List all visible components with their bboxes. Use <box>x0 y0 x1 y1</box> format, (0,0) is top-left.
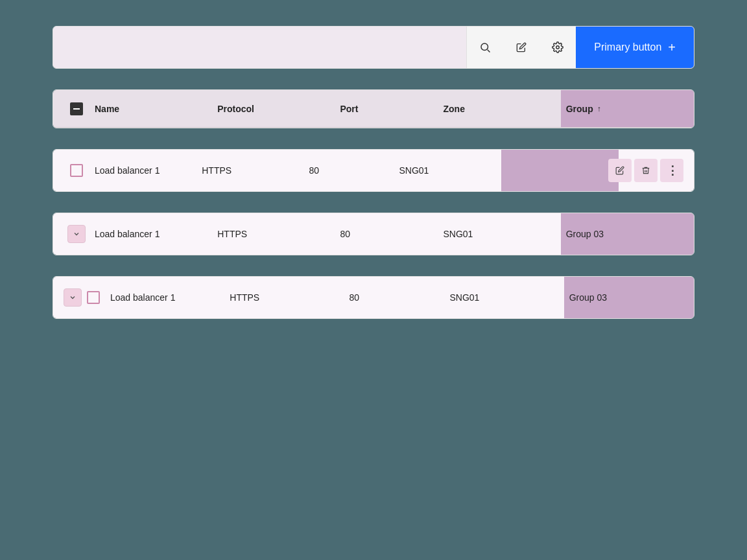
svg-line-1 <box>488 50 490 52</box>
svg-point-2 <box>556 46 560 49</box>
col-header-zone[interactable]: Zone <box>438 104 561 114</box>
settings-button[interactable] <box>540 27 576 68</box>
row1-port: 80 <box>303 165 394 176</box>
row2-port: 80 <box>335 229 438 239</box>
row3-expand-button[interactable] <box>64 288 82 307</box>
table-header: Name Protocol Port Zone Group ↑ <box>53 90 694 128</box>
primary-button-icon: + <box>668 40 676 55</box>
row2-zone: SNG01 <box>438 229 561 239</box>
row3-protocol: HTTPS <box>224 292 344 303</box>
search-area <box>53 27 467 68</box>
col-header-group[interactable]: Group ↑ <box>561 90 694 127</box>
col-header-port[interactable]: Port <box>335 104 438 114</box>
row1-delete-button[interactable] <box>634 159 658 182</box>
data-row-3: Load balancer 1 HTTPS 80 SNG01 Group 03 <box>53 277 694 318</box>
row1-name: Load balancer 1 <box>89 165 196 176</box>
search-button[interactable] <box>467 27 503 68</box>
row3-group: Group 03 <box>564 277 694 318</box>
row1-checkbox-cell[interactable] <box>64 164 89 177</box>
table-row-2: Load balancer 1 HTTPS 80 SNG01 Group 03 <box>53 213 694 255</box>
row2-group: Group 03 <box>561 213 694 255</box>
row3-checkbox-icon[interactable] <box>87 291 100 304</box>
row1-protocol: HTTPS <box>196 165 303 176</box>
row2-protocol: HTTPS <box>212 229 335 239</box>
edit-button[interactable] <box>503 27 540 68</box>
col-header-name[interactable]: Name <box>89 104 212 114</box>
row2-expand-cell[interactable] <box>64 225 89 243</box>
row3-controls <box>64 288 105 307</box>
toolbar: Primary button + <box>53 27 694 68</box>
empty-checkbox-icon <box>70 164 83 177</box>
row1-zone: SNG01 <box>394 165 501 176</box>
row1-group <box>501 150 619 191</box>
row3-port: 80 <box>344 292 445 303</box>
row3-zone: SNG01 <box>444 292 563 303</box>
toolbar-section: Primary button + <box>53 26 694 69</box>
row1-edit-button[interactable] <box>608 159 632 182</box>
row2-expand-button[interactable] <box>67 225 86 243</box>
row1-more-button[interactable]: ⋮ <box>660 159 683 182</box>
primary-button-label: Primary button <box>594 41 661 53</box>
col-header-protocol[interactable]: Protocol <box>212 104 335 114</box>
sort-asc-icon: ↑ <box>597 104 601 113</box>
svg-point-0 <box>481 43 488 51</box>
indeterminate-checkbox-icon <box>70 102 83 115</box>
row1-actions: ⋮ <box>608 159 683 182</box>
more-icon: ⋮ <box>667 163 678 178</box>
data-row-1: Load balancer 1 HTTPS 80 SNG01 <box>53 150 694 191</box>
table-row-1: Load balancer 1 HTTPS 80 SNG01 <box>53 149 694 192</box>
primary-button[interactable]: Primary button + <box>576 27 694 68</box>
row3-name: Load balancer 1 <box>105 292 224 303</box>
row2-name: Load balancer 1 <box>89 229 212 239</box>
data-row-2: Load balancer 1 HTTPS 80 SNG01 Group 03 <box>53 213 694 255</box>
toolbar-icons: Primary button + <box>467 27 694 68</box>
table-row-3: Load balancer 1 HTTPS 80 SNG01 Group 03 <box>53 276 694 319</box>
header-checkbox-cell[interactable] <box>64 102 89 115</box>
table-header-section: Name Protocol Port Zone Group ↑ <box>53 89 694 128</box>
